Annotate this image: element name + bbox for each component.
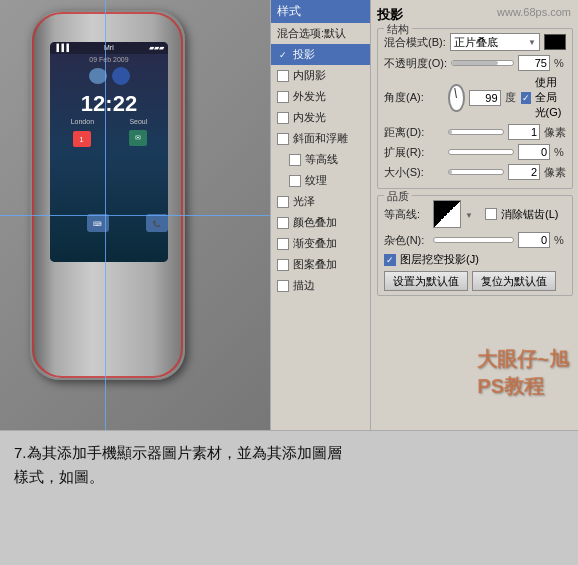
opacity-row: 不透明度(O): % xyxy=(384,55,566,71)
outerglow-checkbox[interactable] xyxy=(277,91,289,103)
distance-slider-fill xyxy=(449,130,452,134)
styles-item-blending[interactable]: 混合选项:默认 xyxy=(271,23,370,44)
coloroverlay-checkbox[interactable] xyxy=(277,217,289,229)
styles-item-stroke[interactable]: 描边 xyxy=(271,275,370,296)
phone-container: ▐▐▐ MrI ▰▰▰ 09 Feb 2009 12:22 xyxy=(30,10,200,400)
global-light-label: 使用全局光(G) xyxy=(535,75,566,120)
angle-row: 角度(A): 度 ✓ 使用全局光(G) xyxy=(384,75,566,120)
blend-color-swatch[interactable] xyxy=(544,34,566,50)
stroke-checkbox[interactable] xyxy=(277,280,289,292)
contour-checkbox[interactable] xyxy=(289,154,301,166)
remove-alias-row: 消除锯齿(L) xyxy=(485,207,558,222)
styles-item-satin-label: 光泽 xyxy=(293,194,315,209)
blend-mode-value: 正片叠底 xyxy=(454,35,498,50)
angle-input[interactable] xyxy=(469,90,501,106)
distance-row: 距离(D): 像素 xyxy=(384,124,566,140)
styles-item-contour[interactable]: 等高线 xyxy=(271,149,370,170)
phone-battery: ▰▰▰ xyxy=(149,44,164,52)
spread-slider[interactable] xyxy=(448,149,514,155)
innershadow-checkbox[interactable] xyxy=(277,70,289,82)
contour-thumbnail[interactable] xyxy=(433,200,461,228)
contour-label: 等高线: xyxy=(384,207,429,222)
size-slider-fill xyxy=(449,170,452,174)
city-seoul: Seoul xyxy=(129,118,147,125)
phone-status-bar: ▐▐▐ MrI ▰▰▰ xyxy=(50,42,168,54)
spread-input[interactable] xyxy=(518,144,550,160)
noise-input[interactable] xyxy=(518,232,550,248)
app-icon-2: ✉ xyxy=(129,130,147,146)
contour-dropdown-arrow: ▼ xyxy=(465,211,473,220)
styles-item-blending-label: 混合选项:默认 xyxy=(277,26,346,41)
clock-icon xyxy=(112,67,130,85)
horizontal-guide-line xyxy=(0,215,270,216)
quality-group: 品质 等高线: ▼ 消除锯齿(L) 杂色(N): xyxy=(377,195,573,296)
global-light-checkbox[interactable]: ✓ xyxy=(521,92,531,104)
angle-dial[interactable] xyxy=(448,84,465,112)
main-drop-shadow-panel: 投影 www.68ps.com 结构 混合模式(B): 正片叠底 ▼ 不透明度(… xyxy=(371,0,578,430)
spread-row: 扩展(R): % xyxy=(384,144,566,160)
styles-list: 样式 混合选项:默认 ✓ 投影 内阴影 外发光 内发光 xyxy=(271,0,371,430)
patternoverlay-checkbox[interactable] xyxy=(277,259,289,271)
blend-mode-dropdown[interactable]: 正片叠底 ▼ xyxy=(450,33,540,51)
set-default-button[interactable]: 设置为默认值 xyxy=(384,271,468,291)
distance-slider[interactable] xyxy=(448,129,504,135)
distance-input[interactable] xyxy=(508,124,540,140)
styles-item-innerglow[interactable]: 内发光 xyxy=(271,107,370,128)
overlay-branding-text: 大眼仔~旭 PS教程 xyxy=(477,346,569,400)
styles-item-coloroverlay[interactable]: 颜色叠加 xyxy=(271,212,370,233)
phone-date: 09 Feb 2009 xyxy=(50,54,168,65)
opacity-slider-fill xyxy=(452,61,498,65)
top-area: ▐▐▐ MrI ▰▰▰ 09 Feb 2009 12:22 xyxy=(0,0,578,430)
bottom-text-line2: 樣式，如圖。 xyxy=(14,465,564,489)
dropshadow-checkbox[interactable]: ✓ xyxy=(277,49,289,61)
styles-item-dropshadow[interactable]: ✓ 投影 xyxy=(271,44,370,65)
styles-item-outerglow[interactable]: 外发光 xyxy=(271,86,370,107)
overlay-line2: PS教程 xyxy=(477,373,569,400)
styles-item-texture[interactable]: 纹理 xyxy=(271,170,370,191)
noise-unit: % xyxy=(554,234,566,246)
phone-city-row: London Seoul xyxy=(50,116,168,127)
layer-knockout-label: 图层挖空投影(J) xyxy=(400,252,479,267)
button-row: 设置为默认值 复位为默认值 xyxy=(384,271,566,291)
structure-group: 结构 混合模式(B): 正片叠底 ▼ 不透明度(O): xyxy=(377,28,573,189)
innerglow-checkbox[interactable] xyxy=(277,112,289,124)
remove-alias-checkbox[interactable] xyxy=(485,208,497,220)
styles-item-patternoverlay[interactable]: 图案叠加 xyxy=(271,254,370,275)
spread-label: 扩展(R): xyxy=(384,145,444,160)
contour-dropdown-arrow-area[interactable]: ▼ xyxy=(465,208,481,220)
texture-checkbox[interactable] xyxy=(289,175,301,187)
opacity-slider[interactable] xyxy=(451,60,514,66)
quality-group-title: 品质 xyxy=(384,189,412,204)
styles-item-innershadow[interactable]: 内阴影 xyxy=(271,65,370,86)
watermark-text: www.68ps.com xyxy=(497,6,571,18)
phonebook-icon: 📞 xyxy=(146,214,168,232)
bottom-area: 7.為其添加手機顯示器圖片素材，並為其添加圖層 樣式，如圖。 xyxy=(0,430,578,530)
opacity-label: 不透明度(O): xyxy=(384,56,447,71)
phone-body: ▐▐▐ MrI ▰▰▰ 09 Feb 2009 12:22 xyxy=(30,10,185,380)
layer-knockout-row: ✓ 图层挖空投影(J) xyxy=(384,252,566,267)
satin-checkbox[interactable] xyxy=(277,196,289,208)
styles-item-patternoverlay-label: 图案叠加 xyxy=(293,257,337,272)
styles-item-satin[interactable]: 光泽 xyxy=(271,191,370,212)
layer-knockout-checkbox[interactable]: ✓ xyxy=(384,254,396,266)
noise-slider[interactable] xyxy=(433,237,514,243)
size-row: 大小(S): 像素 xyxy=(384,164,566,180)
opacity-input[interactable] xyxy=(518,55,550,71)
phone-clock: 12:22 xyxy=(50,87,168,116)
size-slider[interactable] xyxy=(448,169,504,175)
canvas-area: ▐▐▐ MrI ▰▰▰ 09 Feb 2009 12:22 xyxy=(0,0,270,430)
reset-default-button[interactable]: 复位为默认值 xyxy=(472,271,556,291)
noise-row: 杂色(N): % xyxy=(384,232,566,248)
angle-unit: 度 xyxy=(505,90,517,105)
size-input[interactable] xyxy=(508,164,540,180)
styles-item-texture-label: 纹理 xyxy=(305,173,327,188)
styles-item-bevel[interactable]: 斜面和浮雕 xyxy=(271,128,370,149)
bevel-checkbox[interactable] xyxy=(277,133,289,145)
styles-item-stroke-label: 描边 xyxy=(293,278,315,293)
spread-unit: % xyxy=(554,146,566,158)
bottom-text-line1: 7.為其添加手機顯示器圖片素材，並為其添加圖層 xyxy=(14,441,564,465)
gradientoverlay-checkbox[interactable] xyxy=(277,238,289,250)
styles-item-gradientoverlay[interactable]: 渐变叠加 xyxy=(271,233,370,254)
styles-item-contour-label: 等高线 xyxy=(305,152,338,167)
canvas-background: ▐▐▐ MrI ▰▰▰ 09 Feb 2009 12:22 xyxy=(0,0,270,430)
